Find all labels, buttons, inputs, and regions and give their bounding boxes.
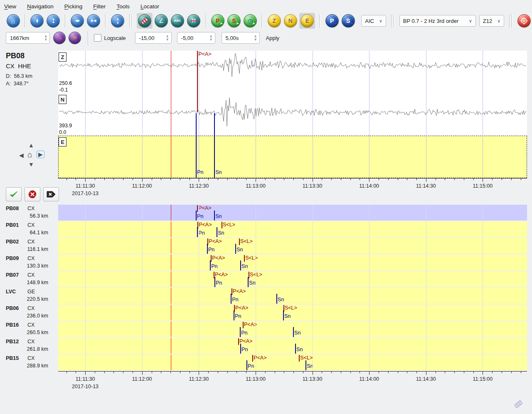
station-label-pb02[interactable]: PB02CX116.1 km [0,238,58,255]
station-row-lvc[interactable]: P<A>PnSn [58,288,527,304]
station-label-pb09[interactable]: PB09CX130.3 km [0,255,58,271]
station-row-pb12[interactable]: P<A>PnSn [58,338,527,354]
pick-marker-Sn[interactable]: Sn [240,260,241,270]
pick-marker-Pn[interactable]: Pn [231,294,232,304]
expand-vertical-button[interactable]: ▲▼ [30,14,44,27]
menu-item-tools[interactable]: Tools [116,2,135,11]
pick-marker-SL[interactable]: S<L> [239,238,240,245]
normalize-amplitude-button[interactable]: ▲──▼ [111,14,124,27]
pick-marker-PA[interactable]: P<A> [238,338,239,345]
station-row-pb07[interactable]: P<A>S<L>PnSn [58,271,527,287]
pick-s-button[interactable]: S➤ [227,14,241,27]
pick-marker-Pn[interactable]: Pn [207,244,208,254]
pick-marker-Sn[interactable]: Sn [295,344,296,354]
station-row-pb01[interactable]: P<A>S<L>PnSn [58,221,527,237]
scroll-home-button[interactable]: ⌂ [27,151,32,159]
pick-marker-PA[interactable]: P<A> [243,322,244,328]
station-label-pb16[interactable]: PB16CX260.5 km [0,321,58,338]
pick-marker-PA[interactable]: P<A> [197,51,198,112]
measure-ruler-button[interactable] [138,14,151,27]
station-label-lvc[interactable]: LVCGE220.5 km [0,288,58,305]
pick-marker-Sn[interactable]: Sn [235,244,236,254]
relocate-button[interactable] [517,14,531,27]
rotation-combo[interactable]: Z12∨ [479,15,504,27]
component-n-button[interactable]: N [284,14,297,27]
compress-horizontal-button[interactable]: ▶◀ [87,14,100,27]
pick-marker-Sn[interactable]: Sn [283,310,284,320]
pick-p-button[interactable]: P➤ [211,14,224,27]
pick-marker-PA[interactable]: P<A> [197,205,198,212]
pick-marker-SL[interactable]: S<L> [299,355,300,362]
station-row-pb16[interactable]: P<A>PnSn [58,321,527,337]
expand-horizontal-button[interactable]: ◀▶ [71,14,84,27]
pick-marker-SL[interactable]: S<L> [222,222,222,228]
pick-marker-Pn[interactable]: Pn [240,327,241,337]
pick-marker-Sn[interactable]: Sn [305,360,306,370]
filter-combo[interactable]: BP 0.7 - 2 Hz 3rd order∨ [399,15,476,27]
trace-view-panel[interactable]: Z N E 250.6 -0.1 393.9 0.0 P<A>PnSn [58,51,527,178]
component-e-button[interactable]: E [300,14,314,27]
pick-marker-Sn[interactable]: Sn [248,277,249,287]
pick-marker-Pn[interactable]: Pn [246,360,247,370]
polarization-angle-button[interactable]: ∠ [155,14,168,27]
station-row-pb02[interactable]: P<A>S<L>PnSn [58,238,527,254]
sort-by-distance-button[interactable]: ✎ [53,32,66,44]
station-picks-panel[interactable]: P<A>PnSnP<A>S<L>PnSnP<A>S<L>PnSnP<A>S<L>… [58,205,527,371]
menu-item-view[interactable]: View [4,2,21,11]
station-label-pb12[interactable]: PB12CX261.8 km [0,338,58,355]
station-row-pb09[interactable]: P<A>S<L>PnSn [58,255,527,270]
pick-marker-PA[interactable]: P<A> [252,355,253,362]
pick-marker-Pn[interactable]: Pn [214,277,215,287]
pick-marker-Sn[interactable]: Sn [293,327,294,337]
pick-marker-Sn[interactable]: Sn [214,113,215,178]
scroll-right-button[interactable]: ▶ [37,151,44,158]
station-label-pb07[interactable]: PB07CX148.9 km [0,271,58,288]
logscale-checkbox[interactable] [94,34,101,42]
station-row-pb08[interactable]: P<A>PnSn [58,205,527,221]
pick-marker-PA[interactable]: P<A> [232,288,232,295]
spinner-arrows-icon[interactable]: ∧∨ [206,35,212,41]
scroll-left-button[interactable]: ◀ [19,152,24,158]
pick-marker-SL[interactable]: S<L> [249,272,249,278]
amp-min-spinbox[interactable]: -15,00∧∨ [135,32,172,44]
menu-item-navigation[interactable]: Navigation [27,2,59,11]
menu-item-filter[interactable]: Filter [93,2,111,11]
pick-marker-Pn[interactable]: Pn [240,344,241,354]
station-row-pb15[interactable]: P<A>S<L>PnSn [58,355,527,370]
pick-marker-SL[interactable]: S<L> [244,255,245,262]
size-grip-icon[interactable] [513,399,525,410]
fix-origin-button[interactable]: !P [69,32,81,44]
amp-max-spinbox[interactable]: -5,00∧∨ [177,32,215,44]
pick-marker-Pn[interactable]: Pn [196,211,197,221]
scroll-down-button[interactable]: ▼ [28,161,34,167]
scroll-up-button[interactable]: ▲ [28,142,34,148]
station-label-pb15[interactable]: PB15CX288.9 km [0,355,58,371]
spinner-arrows-icon[interactable]: ∧∨ [40,35,47,41]
home-view-button[interactable]: ⌂ [7,14,20,27]
component-z-button[interactable]: Z [268,14,281,27]
spinner-arrows-icon[interactable]: ∧∨ [162,35,169,41]
station-label-pb01[interactable]: PB01CX64.1 km [0,221,58,238]
pick-marker-Sn[interactable]: Sn [214,211,215,221]
spinner-arrows-icon[interactable]: ∧∨ [250,35,257,41]
offset-button[interactable]: H [187,14,200,27]
pick-marker-PA[interactable]: P<A> [211,255,212,262]
station-label-pb06[interactable]: PB06CX236.0 km [0,305,58,321]
phase-labels-button[interactable]: ABC [171,14,184,27]
preview-s-button[interactable]: S∿ [342,14,355,27]
picker-algorithm-combo[interactable]: AIC∨ [361,15,386,27]
pick-marker-Pn[interactable]: Pn [234,310,234,320]
station-row-pb06[interactable]: P<A>S<L>PnSn [58,305,527,320]
apply-button[interactable]: Apply [266,35,280,41]
preview-p-button[interactable]: P∿ [325,14,339,27]
menu-item-locator[interactable]: Locator [140,2,164,11]
pick-time-button[interactable]: ◷➤ [244,14,257,27]
compress-vertical-button[interactable]: ▼▲ [47,14,60,27]
export-picks-button[interactable] [43,187,59,201]
pick-marker-Sn[interactable]: Sn [217,227,217,237]
pick-marker-Pn[interactable]: Pn [210,260,211,270]
menu-item-picking[interactable]: Picking [64,2,88,11]
reject-picks-button[interactable] [25,187,40,201]
station-label-pb08[interactable]: PB08CX56.3 km [0,205,58,221]
confirm-picks-button[interactable] [6,187,22,201]
